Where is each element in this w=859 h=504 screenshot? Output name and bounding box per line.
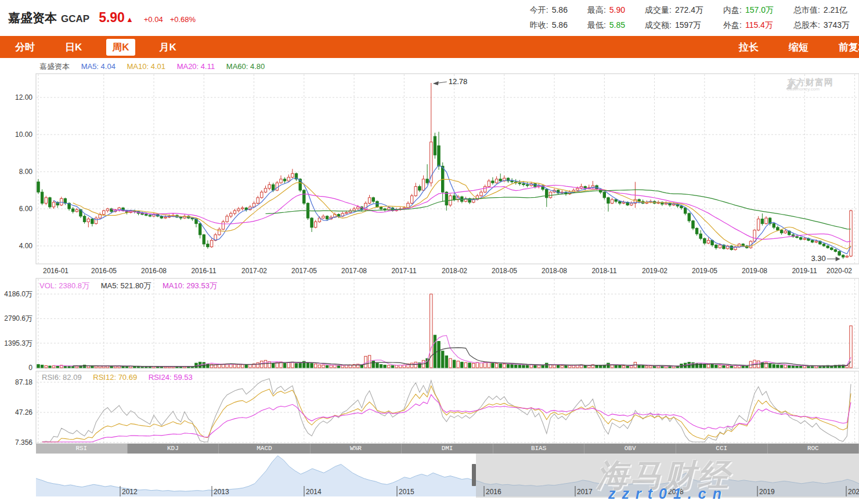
- legend-ma60: MA60: 4.80: [226, 62, 265, 71]
- stat-item: 总股本:3743万: [793, 20, 850, 31]
- svg-text:8.00: 8.00: [19, 168, 33, 176]
- svg-text:2017-05: 2017-05: [291, 267, 317, 275]
- stat-item: 最低:5.85: [587, 20, 625, 31]
- indicator-tab-dmi[interactable]: DMI: [402, 444, 493, 454]
- tab-weekly-k[interactable]: 周K: [106, 39, 135, 56]
- stat-item: 总市值:2.21亿: [793, 5, 850, 16]
- svg-text:3.30: 3.30: [811, 254, 825, 263]
- svg-text:2019-08: 2019-08: [742, 267, 767, 275]
- price-up-arrow-icon: ▲: [126, 15, 133, 24]
- indicator-tab-roc[interactable]: ROC: [768, 444, 859, 454]
- forward-adjust-button[interactable]: 前复权: [839, 41, 859, 54]
- indicator-tab-cci[interactable]: CCI: [676, 444, 768, 454]
- shrink-button[interactable]: 缩短: [789, 41, 809, 54]
- legend-stock-name: 嘉盛资本: [39, 62, 70, 71]
- svg-text:2020-02: 2020-02: [826, 267, 852, 275]
- stat-item: 成交额:1597万: [645, 20, 703, 31]
- svg-text:2013: 2013: [214, 488, 229, 496]
- chart-area: 12.0010.008.006.004.004186.0万2790.6万1395…: [0, 58, 859, 504]
- svg-text:47.26: 47.26: [15, 408, 33, 416]
- svg-text:2018-05: 2018-05: [492, 267, 517, 275]
- legend-ma10: MA10: 4.01: [127, 62, 166, 71]
- navigator: 201220132014201520162017201820192020: [36, 454, 859, 498]
- svg-text:2015: 2015: [399, 488, 414, 496]
- svg-text:12.78: 12.78: [449, 77, 468, 86]
- stock-code: GCAP: [61, 13, 89, 25]
- stock-chart-page: { "header": { "name": "嘉盛资本", "code": "G…: [0, 0, 859, 504]
- period-tabbar: 分时日K周K月K拉长缩短前复权: [0, 36, 859, 58]
- svg-text:2016-11: 2016-11: [191, 267, 216, 275]
- legend-vol-ma10: MA10: 293.53万: [163, 281, 217, 290]
- svg-text:2017: 2017: [577, 488, 593, 496]
- indicator-tabbar: RSIKDJMACDW%RDMIBIASOBVCCIROC: [36, 444, 859, 454]
- svg-text:10.00: 10.00: [15, 130, 33, 139]
- stretch-button[interactable]: 拉长: [739, 41, 759, 54]
- svg-text:0: 0: [28, 364, 33, 372]
- svg-text:4.00: 4.00: [19, 242, 33, 250]
- eastmoney-logo-icon: [785, 78, 800, 92]
- indicator-tab-kdj[interactable]: KDJ: [128, 444, 219, 454]
- indicator-tab-rsi[interactable]: RSI: [36, 444, 128, 454]
- svg-text:12.00: 12.00: [15, 93, 33, 101]
- price-chart: [37, 83, 852, 259]
- svg-text:4186.0万: 4186.0万: [4, 290, 33, 298]
- header: 嘉盛资本 GCAP 5.90 ▲ +0.04 +0.68% 今开:5.86昨收:…: [0, 0, 859, 36]
- svg-text:6.00: 6.00: [19, 205, 33, 213]
- tab-daily-k[interactable]: 日K: [59, 39, 88, 56]
- volume-chart: [37, 294, 852, 368]
- svg-text:2017-11: 2017-11: [391, 267, 416, 275]
- quote-stats-grid: 今开:5.86昨收:5.86最高:5.90最低:5.85成交量:272.4万成交…: [530, 3, 850, 33]
- legend-ma5: MA5: 4.04: [81, 62, 116, 71]
- price-change-pct: +0.68%: [170, 15, 196, 24]
- rsi-legend: RSI6: 82.09 RSI12: 70.69 RSI24: 59.53: [42, 373, 202, 382]
- svg-text:2019: 2019: [759, 488, 775, 496]
- tab-minute[interactable]: 分时: [9, 39, 41, 56]
- svg-text:1395.3万: 1395.3万: [4, 339, 33, 347]
- svg-text:2016-05: 2016-05: [91, 267, 117, 275]
- svg-text:2019-02: 2019-02: [642, 267, 667, 275]
- stock-name: 嘉盛资本: [8, 10, 57, 26]
- svg-text:2014: 2014: [306, 488, 322, 496]
- svg-text:2016-01: 2016-01: [43, 267, 68, 275]
- legend-rsi24: RSI24: 59.53: [149, 373, 193, 382]
- indicator-tab-obv[interactable]: OBV: [584, 444, 676, 454]
- quote-block: 嘉盛资本 GCAP 5.90 ▲ +0.04 +0.68%: [8, 10, 196, 26]
- legend-rsi12: RSI12: 70.69: [93, 373, 137, 382]
- svg-text:2016: 2016: [486, 488, 501, 496]
- stat-item: 今开:5.86: [530, 5, 568, 16]
- volume-legend: VOL: 2380.8万 MA5: 521.80万 MA10: 293.53万: [39, 281, 226, 291]
- stock-price: 5.90: [99, 10, 125, 26]
- legend-vol-ma5: MA5: 521.80万: [101, 281, 151, 290]
- indicator-tab-bias[interactable]: BIAS: [493, 444, 585, 454]
- svg-text:2018-02: 2018-02: [442, 267, 467, 275]
- legend-vol: VOL: 2380.8万: [39, 281, 89, 290]
- eastmoney-watermark: 东方财富网 eastmoney.com: [785, 78, 833, 92]
- svg-text:7.356: 7.356: [15, 438, 33, 447]
- legend-rsi6: RSI6: 82.09: [42, 373, 82, 382]
- svg-text:2019-05: 2019-05: [692, 267, 717, 275]
- price-legend: 嘉盛资本 MA5: 4.04 MA10: 4.01 MA20: 4.11 MA6…: [39, 61, 274, 72]
- indicator-tab-wr[interactable]: W%R: [311, 444, 402, 454]
- indicator-tab-macd[interactable]: MACD: [219, 444, 311, 454]
- svg-text:2017-02: 2017-02: [241, 267, 267, 275]
- navigator-handle[interactable]: [472, 464, 476, 486]
- svg-text:2012: 2012: [122, 488, 138, 496]
- svg-text:2016-08: 2016-08: [141, 267, 167, 275]
- svg-text:2020: 2020: [848, 488, 859, 496]
- stat-item: 成交量:272.4万: [645, 5, 703, 16]
- legend-ma20: MA20: 4.11: [177, 62, 215, 71]
- svg-text:2018-08: 2018-08: [542, 267, 567, 275]
- svg-text:2790.6万: 2790.6万: [4, 314, 33, 322]
- stat-item: 外盘:115.4万: [723, 20, 774, 31]
- stat-item: 内盘:157.0万: [723, 5, 774, 16]
- svg-text:2018-11: 2018-11: [591, 267, 616, 275]
- svg-text:2019-11: 2019-11: [792, 267, 817, 275]
- svg-text:87.18: 87.18: [15, 378, 33, 386]
- price-change: +0.04: [144, 15, 163, 24]
- stat-item: 最高:5.90: [587, 5, 625, 16]
- tab-monthly-k[interactable]: 月K: [154, 39, 182, 56]
- site-watermark: zzrt01.cn: [608, 485, 728, 502]
- stat-item: 昨收:5.86: [530, 20, 568, 31]
- svg-text:2017-08: 2017-08: [341, 267, 367, 275]
